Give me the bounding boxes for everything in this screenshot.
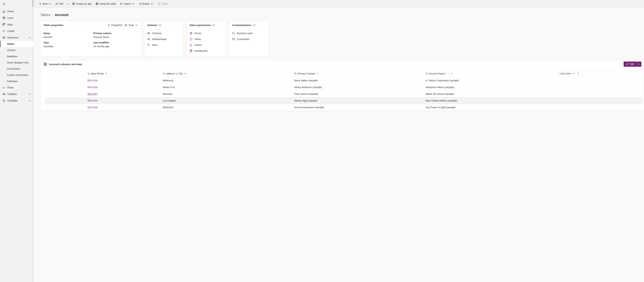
sort-asc-icon: ↑ bbox=[448, 72, 449, 75]
contact-cell[interactable]: Scott Konersmann (sample) bbox=[292, 104, 424, 111]
contact-cell[interactable]: Paul Cannon (sample) bbox=[292, 91, 424, 97]
svg-rect-27 bbox=[190, 50, 191, 51]
phone-link[interactable]: 555-0155 bbox=[88, 106, 98, 109]
contact-cell[interactable]: Nancy Anderson (sample) bbox=[292, 84, 424, 91]
cmd-edit-split[interactable] bbox=[66, 2, 70, 6]
ai-icon bbox=[2, 99, 6, 102]
svg-rect-33 bbox=[232, 38, 234, 40]
cmd-edit[interactable]: Edit bbox=[54, 1, 65, 6]
phone-link[interactable]: 555-0157 bbox=[88, 93, 98, 95]
name-cell[interactable]: City Power & Light (sample) bbox=[424, 104, 557, 111]
city-cell[interactable]: Missoula bbox=[161, 91, 292, 97]
table-row[interactable]: 555-0157 Missoula Paul Cannon (sample) A… bbox=[45, 91, 642, 97]
name-cell[interactable]: Alpine Ski House (sample) bbox=[424, 91, 557, 97]
sidebar-sub-tables[interactable]: Tables bbox=[0, 41, 34, 47]
link-charts[interactable]: Charts bbox=[190, 44, 223, 46]
action-properties[interactable]: Properties bbox=[108, 24, 122, 26]
plus-icon bbox=[577, 72, 579, 74]
edit-split-button[interactable] bbox=[636, 62, 642, 67]
sidebar-sub-gateways[interactable]: Gateways bbox=[0, 78, 34, 84]
edit-button[interactable]: Edit bbox=[624, 62, 636, 67]
sidebar-sub-connections[interactable]: Connections bbox=[0, 66, 34, 72]
col-label: Main Phone bbox=[91, 72, 104, 75]
city-cell[interactable]: Los Angeles bbox=[161, 97, 292, 104]
col-header-contact[interactable]: Primary Contact bbox=[292, 70, 424, 77]
action-tools[interactable]: Tools bbox=[124, 24, 138, 26]
cmd-using-table[interactable]: Using this table bbox=[94, 1, 118, 6]
col-header-name[interactable]: Account Name * ↑ bbox=[424, 70, 557, 77]
phone-link[interactable]: 555-0154 bbox=[88, 99, 98, 102]
sidebar-item-chatbots[interactable]: Chatbots bbox=[0, 91, 34, 97]
cmd-import[interactable]: Import bbox=[118, 1, 136, 6]
link-columns[interactable]: Columns bbox=[147, 32, 180, 35]
city-cell[interactable]: Santa Cruz bbox=[161, 84, 292, 91]
chevron-down-icon bbox=[150, 2, 153, 5]
app-icon bbox=[72, 2, 75, 5]
link-dashboards[interactable]: Dashboards bbox=[190, 49, 223, 52]
city-cell[interactable]: Redmond bbox=[161, 77, 292, 84]
name-cell[interactable]: A. Datum Corporation (sample) bbox=[424, 77, 557, 84]
table-row[interactable]: 555-0154 Los Angeles Sidney Higa (sample… bbox=[45, 97, 642, 104]
cmd-export[interactable]: Export bbox=[137, 1, 155, 6]
required-indicator: * bbox=[446, 72, 447, 75]
phone-link[interactable]: 555-0158 bbox=[88, 79, 98, 82]
info-icon[interactable] bbox=[253, 24, 255, 26]
link-commands[interactable]: Commands bbox=[232, 38, 265, 40]
link-forms[interactable]: Forms bbox=[190, 32, 223, 35]
sidebar-item-ai-builder[interactable]: AI Builder bbox=[0, 97, 34, 104]
sidebar-item-create[interactable]: Create bbox=[0, 28, 34, 34]
info-icon[interactable] bbox=[212, 24, 215, 26]
city-cell[interactable]: Redmond bbox=[161, 104, 292, 111]
toolbox-icon bbox=[124, 24, 128, 26]
link-relationships[interactable]: Relationships bbox=[147, 38, 180, 40]
more-cell bbox=[557, 91, 642, 97]
col-header-city[interactable]: Address 1: City bbox=[161, 70, 292, 77]
row-num-cell bbox=[45, 84, 86, 91]
sidebar-sub-choices[interactable]: Choices bbox=[0, 47, 34, 53]
table-row[interactable]: 555-0155 Redmond Scott Konersmann (sampl… bbox=[45, 104, 642, 111]
name-cell[interactable]: Adventure Works (sample) bbox=[424, 84, 557, 91]
name-cell[interactable]: Blue Yonder Airlines (sample) bbox=[424, 97, 557, 104]
rules-icon bbox=[232, 32, 235, 35]
sidebar-sub-azure-synapse[interactable]: Azure Synapse Link bbox=[0, 59, 34, 66]
contact-cell[interactable]: Sidney Higa (sample) bbox=[292, 97, 424, 104]
sidebar-item-home[interactable]: Home bbox=[0, 8, 34, 15]
sidebar-item-apps[interactable]: Apps bbox=[0, 21, 34, 28]
svg-point-7 bbox=[4, 94, 4, 94]
text-icon bbox=[426, 72, 428, 75]
add-column-button[interactable] bbox=[577, 72, 579, 75]
prop-name-value: Account bbox=[44, 36, 88, 40]
data-grid: Main Phone Address 1: City bbox=[45, 70, 642, 111]
cmd-create-app[interactable]: Create an app bbox=[70, 1, 93, 6]
sidebar-sub-dataflows[interactable]: Dataflows bbox=[0, 53, 34, 59]
link-views[interactable]: Views bbox=[190, 38, 223, 40]
contact-cell[interactable]: Rene Valdes (sample) bbox=[292, 77, 424, 84]
chevron-down-icon bbox=[572, 72, 575, 75]
table-row[interactable]: 555-0152 Santa Cruz Nancy Anderson (samp… bbox=[45, 84, 642, 91]
sidebar-sub-custom-connectors[interactable]: Custom Connectors bbox=[0, 72, 34, 78]
sidebar-item-label: AI Builder bbox=[7, 99, 18, 102]
edit-label: Edit bbox=[630, 63, 634, 65]
more-cell bbox=[557, 77, 642, 84]
table-row[interactable]: 555-0158 Redmond Rene Valdes (sample) A.… bbox=[45, 77, 642, 84]
command-bar: New Edit Create an app Using this table … bbox=[34, 0, 644, 8]
col-rownum bbox=[45, 70, 86, 77]
svg-rect-28 bbox=[191, 50, 192, 51]
sidebar-item-dataverse[interactable]: Dataverse bbox=[0, 34, 34, 41]
sidebar-scroll-thumb[interactable] bbox=[32, 0, 34, 7]
form-icon bbox=[190, 32, 192, 35]
hamburger-button[interactable] bbox=[0, 1, 34, 8]
info-icon[interactable] bbox=[159, 24, 161, 26]
link-business-rules[interactable]: Business rules bbox=[232, 32, 265, 35]
link-keys[interactable]: Keys bbox=[147, 44, 180, 46]
col-header-more[interactable]: +152 more bbox=[557, 70, 642, 77]
breadcrumb-parent[interactable]: Tables bbox=[40, 13, 50, 17]
svg-rect-14 bbox=[96, 4, 97, 5]
svg-rect-11 bbox=[73, 4, 74, 5]
phone-link[interactable]: 555-0152 bbox=[88, 86, 98, 89]
sidebar-item-flows[interactable]: Flows bbox=[0, 84, 34, 91]
col-header-phone[interactable]: Main Phone bbox=[86, 70, 161, 77]
cmd-new[interactable]: New bbox=[37, 1, 53, 6]
svg-rect-15 bbox=[97, 4, 98, 5]
sidebar-item-learn[interactable]: Learn bbox=[0, 15, 34, 21]
